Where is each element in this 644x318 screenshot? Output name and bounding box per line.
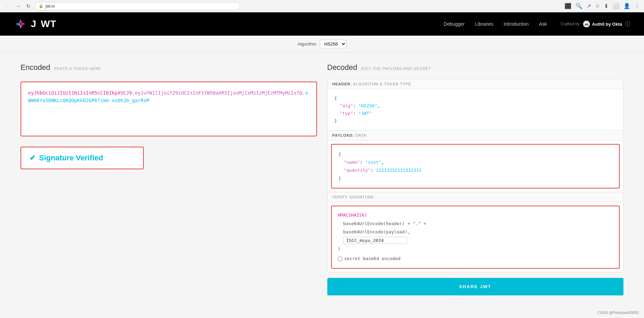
typ-val: "JWT" (358, 111, 372, 116)
auth0-icon: A0 (582, 20, 591, 28)
encoded-token-box[interactable]: eyJhbGciOiJIUzI1NiIsInR5cCI6IkpXVCJ9.eyJ… (21, 82, 317, 136)
algo-bar: Algorithm HS256 (0, 36, 644, 53)
name-val: "cost" (365, 160, 381, 165)
nav-introduction[interactable]: Introduction (504, 21, 529, 27)
extensions-icon[interactable]: ⬜ (613, 3, 619, 9)
signature-verified-box: ✔ Signature Verified (21, 147, 144, 169)
payload-section-label: PAYLOAD: DATA (328, 131, 623, 140)
secret-input[interactable] (343, 237, 407, 244)
alg-val: "HS256" (358, 103, 377, 108)
share-icon[interactable]: ↗ (586, 3, 591, 9)
screenshot-icon[interactable]: ⬛ (565, 3, 571, 9)
token-dot1: . (132, 90, 135, 96)
back-button[interactable]: ← (4, 2, 12, 10)
hmac-func: HMACSHA256( (338, 212, 367, 218)
alg-key: "alg" (340, 103, 353, 108)
verify-label: VERIFY SIGNATURE (328, 192, 623, 202)
check-icon: ✔ (29, 154, 36, 162)
secret-checkbox-row: secret base64 encoded (338, 255, 613, 263)
lock-icon: 🔒 (39, 4, 43, 8)
logo-area: J WT (14, 17, 57, 31)
token-dot2: . (302, 90, 305, 96)
main-nav: Debugger Libraries Introduction Ask (444, 21, 547, 27)
crafted-by: Crafted by A0 Auth0 by Okta ⓘ (561, 20, 630, 28)
menu-icon[interactable]: ⋮ (634, 3, 640, 9)
typ-key: "typ" (340, 111, 353, 116)
nav-libraries[interactable]: Libraries (475, 21, 493, 27)
main-content: Encoded PASTE A TOKEN HERE eyJhbGciOiJIU… (0, 53, 644, 306)
info-icon[interactable]: ⓘ (625, 21, 630, 28)
secret-base64-checkbox[interactable] (338, 257, 342, 261)
signature-verified-label: Signature Verified (39, 154, 103, 162)
browser-chrome: ← → ↻ 🔒 jwt.io ⬛ 🔍 ↗ ☆ ⬇ ⬜ 👤 ⋮ (0, 0, 644, 12)
payload-json-content[interactable]: { "name": "cost", "quantity": 1221323213… (331, 144, 620, 188)
header-section-label: HEADER: ALGORITHM & TOKEN TYPE (328, 79, 623, 89)
svg-text:A0: A0 (585, 23, 589, 26)
right-panel: Decoded EDIT THE PAYLOAD AND SECRET HEAD… (327, 63, 624, 295)
quantity-key: "quantity" (344, 168, 370, 173)
decoded-container: HEADER: ALGORITHM & TOKEN TYPE { "alg": … (327, 79, 624, 272)
left-panel: Encoded PASTE A TOKEN HERE eyJhbGciOiJIU… (21, 63, 317, 295)
share-jwt-button[interactable]: SHARE JWT (327, 278, 624, 295)
encoded-subtitle: PASTE A TOKEN HERE (54, 66, 101, 71)
algo-select[interactable]: HS256 (320, 40, 346, 48)
address-bar[interactable]: 🔒 jwt.io (35, 2, 240, 10)
hmac-param1: base64UrlEncode(header) + "." + (343, 221, 426, 226)
hmac-param2: base64UrlEncode(payload), (343, 229, 410, 234)
decoded-subtitle: EDIT THE PAYLOAD AND SECRET (362, 66, 431, 71)
nav-ask[interactable]: Ask (539, 21, 547, 27)
profile-icon[interactable]: 👤 (623, 3, 630, 9)
reload-button[interactable]: ↻ (25, 2, 32, 10)
secret-checkbox-label: secret base64 encoded (344, 255, 401, 263)
star-icon[interactable]: ☆ (595, 3, 600, 9)
token-part2: eyJuYW1lIjoiY29zdCIsInF1YW50aXR5IjoxMjIx… (135, 90, 302, 96)
header-json-content[interactable]: { "alg": "HS256", "typ": "JWT" } (328, 89, 623, 131)
payload-section: PAYLOAD: DATA { "name": "cost", "quantit… (328, 131, 623, 192)
auth0-logo: A0 Auth0 by Okta (582, 20, 622, 28)
algo-label: Algorithm (298, 41, 316, 47)
site-header: J WT Debugger Libraries Introduction Ask… (0, 12, 644, 36)
nav-debugger[interactable]: Debugger (444, 21, 465, 27)
download-icon[interactable]: ⬇ (604, 3, 608, 9)
logo-icon (14, 17, 27, 31)
logo-text: J WT (31, 19, 57, 29)
name-key: "name" (344, 160, 360, 165)
footer-attribution: CSDN @Peterpan00000 (597, 310, 639, 315)
encoded-title: Encoded (21, 63, 50, 72)
token-part1: eyJhbGciOiJIUzI1NiIsInR5cCI6IkpXVCJ9 (28, 90, 132, 96)
verify-section: VERIFY SIGNATURE HMACSHA256( base64UrlEn… (328, 192, 623, 269)
zoom-icon[interactable]: 🔍 (576, 3, 582, 9)
quantity-val: 12213232131312321 (376, 168, 421, 173)
verify-content[interactable]: HMACSHA256( base64UrlEncode(header) + ".… (331, 206, 620, 269)
decoded-title: Decoded (327, 63, 357, 72)
forward-button[interactable]: → (14, 2, 22, 10)
browser-actions: ⬛ 🔍 ↗ ☆ ⬇ ⬜ 👤 ⋮ (565, 3, 640, 9)
url-text: jwt.io (46, 4, 55, 9)
